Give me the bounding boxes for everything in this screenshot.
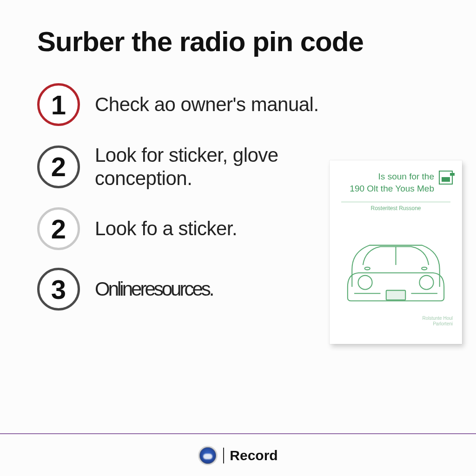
card-line2: 190 Olt the Yous Meb — [339, 183, 434, 195]
svg-point-1 — [358, 276, 372, 290]
manual-card: Is soun for the 190 Olt the Yous Meb Ros… — [330, 160, 462, 344]
step-number-badge: 3 — [37, 268, 80, 311]
step-number-badge: 2 — [37, 207, 80, 250]
step-text: Onlineresources. — [95, 278, 212, 301]
card-footer: Rolstunte Houl Parlorteni — [339, 316, 453, 327]
card-subtitle: Rosteritest Russone — [339, 205, 453, 212]
brand-name: Record — [230, 448, 278, 463]
step-number-badge: 2 — [37, 145, 80, 188]
svg-point-2 — [419, 276, 433, 290]
card-line1: Is soun for the — [339, 171, 434, 183]
footer-divider — [0, 433, 476, 434]
svg-point-6 — [365, 267, 370, 270]
brand-logo-icon — [198, 446, 218, 465]
page-title: Surber the radio pin code — [37, 26, 443, 58]
svg-rect-3 — [386, 291, 405, 300]
card-divider — [341, 202, 450, 202]
step-number-badge: 1 — [37, 83, 80, 126]
document-icon — [439, 171, 453, 185]
step-item: 3 Onlineresources. — [37, 268, 335, 311]
step-text: Look for sticker, glove conception. — [95, 144, 335, 190]
svg-point-7 — [422, 267, 427, 270]
step-item: 2 Look fo a sticker. — [37, 207, 335, 250]
step-item: 2 Look for sticker, glove conception. — [37, 144, 335, 190]
car-illustration — [339, 216, 453, 314]
step-text: Look fo a sticker. — [95, 217, 237, 240]
step-text: Check ao owner's manual. — [95, 93, 319, 116]
footer-separator — [223, 448, 224, 463]
steps-list: 1 Check ao owner's manual. 2 Look for st… — [37, 83, 335, 311]
step-item: 1 Check ao owner's manual. — [37, 83, 335, 126]
footer: Record — [0, 442, 476, 469]
